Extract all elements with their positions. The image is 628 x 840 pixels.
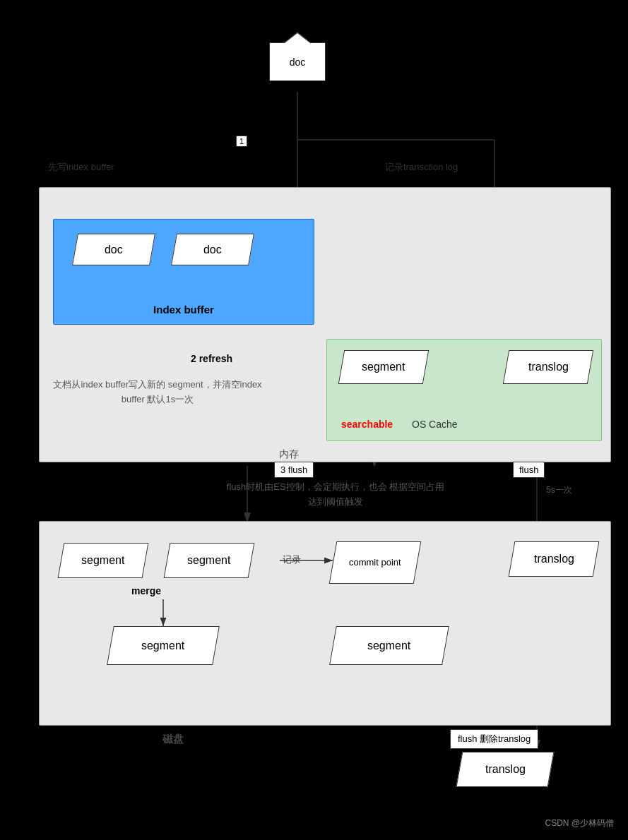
- translog-disk: translog: [509, 541, 600, 577]
- disk-section: segment segment merge segment 记录: [39, 521, 611, 726]
- note-flush: flush时机由ES控制，会定期执行，也会 根据空间占用达到阈值触发: [226, 480, 445, 510]
- flush-5s-note: 5s一次: [546, 484, 572, 496]
- doc-para-2: doc: [171, 234, 254, 265]
- segment-disk-1: segment: [58, 543, 149, 578]
- segment-disk-bottom: segment: [329, 626, 449, 665]
- doc-top-label: doc: [290, 56, 306, 68]
- note-transction: 记录transction log: [385, 161, 458, 174]
- note-xie-index: 先写index buffer: [48, 161, 114, 174]
- step3-badge: 3 flush: [274, 462, 314, 478]
- step2-label: 2 refresh: [191, 353, 232, 364]
- record-label: 记录: [283, 553, 301, 566]
- flush-badge: flush: [513, 462, 545, 478]
- segment-disk-2: segment: [164, 543, 255, 578]
- segment-merged: segment: [107, 626, 220, 665]
- step1-badge: 1: [236, 136, 247, 147]
- searchable-label: searchable: [341, 419, 393, 430]
- doc-top: doc: [269, 42, 326, 81]
- commit-point-box: commit point: [329, 541, 422, 584]
- segment-oscache: segment: [338, 350, 429, 384]
- index-buffer-box: doc doc Index buffer: [53, 219, 314, 325]
- disk-label: 磁盘: [162, 733, 184, 746]
- translog-oscache: translog: [503, 350, 593, 384]
- flush-delete-badge: flush 删除translog: [450, 729, 538, 749]
- doc-para-1: doc: [72, 234, 155, 265]
- translog-final: translog: [456, 752, 555, 787]
- footer: CSDN @少林码僧: [545, 817, 614, 829]
- index-buffer-label: Index buffer: [54, 304, 314, 316]
- os-cache-box: segment translog searchable OS Cache: [326, 339, 602, 441]
- memory-label: 内存: [279, 448, 299, 461]
- os-cache-label: OS Cache: [412, 419, 458, 430]
- merge-label: merge: [131, 585, 161, 596]
- diagram-container: doc 1 先写index buffer 记录transction log do…: [0, 0, 628, 840]
- note-refresh: 文档从index buffer写入新的 segment，并清空index buf…: [48, 378, 267, 407]
